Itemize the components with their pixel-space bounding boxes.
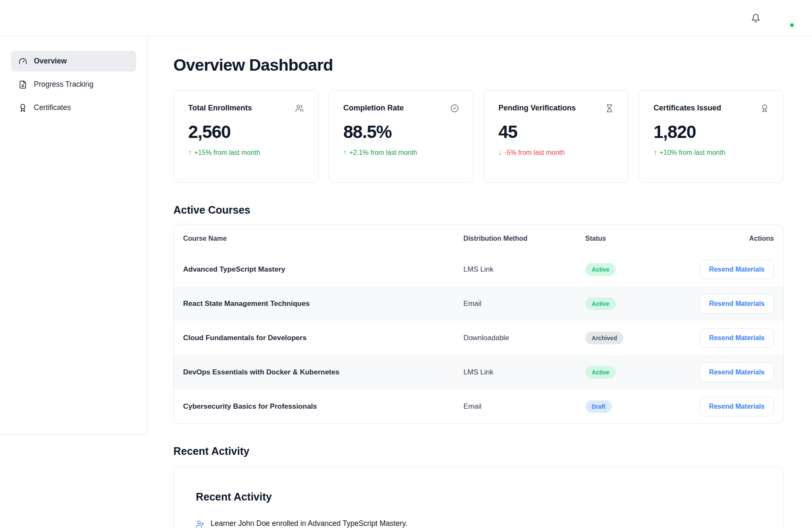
stat-delta: ↑ +10% from last month — [653, 149, 769, 157]
course-name: React State Management Techniques — [174, 286, 454, 321]
stat-delta-text: +10% from last month — [659, 149, 725, 157]
stat-delta: ↑ +2.1% from last month — [343, 149, 459, 157]
activity-item: Learner John Doe enrolled in Advanced Ty… — [196, 519, 761, 528]
table-row: Cloud Fundamentals for Developers Downlo… — [174, 321, 783, 355]
stat-card-pending-verifications: Pending Verifications 45 ↓ -5% from last… — [484, 90, 629, 183]
recent-activity-card-title: Recent Activity — [196, 491, 761, 503]
table-row: Cybersecurity Basics for Professionals E… — [174, 389, 783, 424]
sidebar-item-label: Progress Tracking — [34, 80, 93, 89]
table-row: Advanced TypeScript Mastery LMS Link Act… — [174, 252, 783, 286]
column-header-distribution-method: Distribution Method — [454, 225, 576, 252]
stat-card-certificates-issued: Certificates Issued 1,820 ↑ +10% from la… — [639, 90, 784, 183]
course-name: Advanced TypeScript Mastery — [174, 252, 454, 286]
resend-materials-button[interactable]: Resend Materials — [700, 328, 774, 348]
sidebar-item-label: Overview — [34, 57, 67, 66]
trend-down-icon: ↓ — [499, 149, 502, 157]
award-icon — [760, 104, 769, 113]
stat-value: 1,820 — [653, 122, 769, 142]
stat-label: Total Enrollments — [188, 104, 252, 113]
file-text-icon — [19, 80, 27, 89]
recent-activity-card: Recent Activity Learner John Doe enrolle… — [173, 467, 784, 528]
status-badge: Active — [585, 263, 616, 276]
table-header-row: Course Name Distribution Method Status A… — [174, 225, 783, 252]
stat-delta: ↓ -5% from last month — [499, 149, 614, 157]
stat-label: Certificates Issued — [653, 104, 721, 113]
status-badge: Draft — [585, 400, 612, 413]
trend-up-icon: ↑ — [653, 149, 657, 157]
bell-icon[interactable] — [751, 14, 760, 23]
trend-up-icon: ↑ — [343, 149, 347, 157]
page-title: Overview Dashboard — [173, 56, 784, 74]
table-row: DevOps Essentials with Docker & Kubernet… — [174, 355, 783, 389]
course-name: Cloud Fundamentals for Developers — [174, 321, 454, 355]
user-plus-icon — [196, 520, 204, 528]
resend-materials-button[interactable]: Resend Materials — [700, 363, 774, 382]
sidebar: Overview Progress Tracking Certificates — [0, 36, 148, 434]
activity-text: Learner John Doe enrolled in Advanced Ty… — [211, 519, 407, 528]
distribution-method: LMS Link — [454, 252, 576, 286]
table-row: React State Management Techniques Email … — [174, 286, 783, 321]
user-avatar[interactable] — [774, 8, 794, 28]
distribution-method: Downloadable — [454, 321, 576, 355]
stat-label: Completion Rate — [343, 104, 404, 113]
column-header-actions: Actions — [674, 225, 783, 252]
users-icon — [295, 104, 304, 113]
sidebar-item-progress-tracking[interactable]: Progress Tracking — [11, 74, 136, 95]
distribution-method: Email — [454, 286, 576, 321]
trend-up-icon: ↑ — [188, 149, 192, 157]
status-badge: Active — [585, 297, 616, 310]
sidebar-item-label: Certificates — [34, 103, 71, 112]
check-circle-icon — [450, 104, 459, 113]
recent-activity-heading: Recent Activity — [173, 445, 784, 457]
resend-materials-button[interactable]: Resend Materials — [700, 397, 774, 416]
hourglass-icon — [605, 104, 614, 113]
stat-value: 45 — [499, 122, 614, 142]
sidebar-item-overview[interactable]: Overview — [11, 51, 136, 72]
column-header-status: Status — [576, 225, 674, 252]
distribution-method: LMS Link — [454, 355, 576, 389]
stat-delta-text: +2.1% from last month — [349, 149, 417, 157]
course-name: DevOps Essentials with Docker & Kubernet… — [174, 355, 454, 389]
course-name: Cybersecurity Basics for Professionals — [174, 389, 454, 424]
distribution-method: Email — [454, 389, 576, 424]
resend-materials-button[interactable]: Resend Materials — [700, 260, 774, 279]
active-courses-table: Course Name Distribution Method Status A… — [173, 225, 784, 424]
status-badge: Active — [585, 366, 616, 379]
stat-delta-text: -5% from last month — [505, 149, 565, 157]
stat-label: Pending Verifications — [499, 104, 576, 113]
stat-delta: ↑ +15% from last month — [188, 149, 304, 157]
stats-row: Total Enrollments 2,560 ↑ +15% from last… — [173, 90, 784, 183]
sidebar-item-certificates[interactable]: Certificates — [11, 97, 136, 118]
stat-value: 88.5% — [343, 122, 459, 142]
online-status-dot — [789, 22, 795, 28]
column-header-course-name: Course Name — [174, 225, 454, 252]
resend-materials-button[interactable]: Resend Materials — [700, 294, 774, 314]
stat-card-total-enrollments: Total Enrollments 2,560 ↑ +15% from last… — [173, 90, 318, 183]
stat-card-completion-rate: Completion Rate 88.5% ↑ +2.1% from last … — [329, 90, 474, 183]
stat-delta-text: +15% from last month — [194, 149, 260, 157]
gauge-icon — [19, 57, 27, 66]
stat-value: 2,560 — [188, 122, 304, 142]
award-icon — [19, 104, 27, 112]
top-header — [0, 0, 812, 36]
main-content: Overview Dashboard Total Enrollments 2,5… — [148, 36, 812, 528]
active-courses-heading: Active Courses — [173, 204, 784, 216]
status-badge: Archived — [585, 332, 623, 344]
